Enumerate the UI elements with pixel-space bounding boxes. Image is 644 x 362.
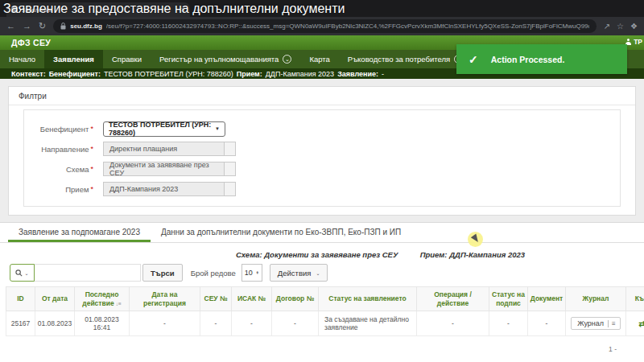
report-region: Заявление за подпомагане 2023 Данни за д… <box>0 222 644 362</box>
col-last-action[interactable]: Последно действие↓≡ <box>75 287 130 311</box>
col-contract-no[interactable]: Договор № <box>272 287 319 311</box>
col-id[interactable]: ID <box>6 287 35 311</box>
schema-field: Документи за заявяване през СЕУ <box>103 162 224 176</box>
summary-reception-value: ДДП-Кампания 2023 <box>449 250 525 259</box>
filter-row-direction: Направление Директни плащания <box>24 141 620 157</box>
table-header-row: ID От дата Последно действие↓≡ Дата на р… <box>6 287 644 311</box>
nav-item-applications[interactable]: Заявления <box>44 50 103 68</box>
tab-additional-documents[interactable]: Данни за допълнителни документи по Еко-З… <box>151 223 411 242</box>
chevron-down-icon[interactable]: ⌄ <box>283 55 291 64</box>
cursor-arrow-icon <box>471 234 481 245</box>
nav-label: Справки <box>112 55 142 64</box>
journal-label: Журнал <box>577 319 604 327</box>
sort-desc-icon: ↓≡ <box>116 301 122 306</box>
context-label: Контекст: <box>11 70 46 78</box>
journal-button[interactable]: Журнал ≡ <box>571 317 621 330</box>
reload-icon[interactable]: ↻ <box>39 22 46 31</box>
nav-item-home[interactable]: Начало <box>0 50 44 68</box>
cell-seu-no: - <box>200 311 232 336</box>
forward-icon[interactable]: → <box>23 22 31 31</box>
nav-item-reports[interactable]: Справки <box>103 50 151 68</box>
schema-summary: Схема: Документи за заявяване през СЕУ П… <box>0 250 644 259</box>
page-content: Филтри Бенефициент ТЕСТОВ ПОТРЕБИТЕЛ (УР… <box>0 79 644 362</box>
col-from-date[interactable]: От дата <box>35 287 75 311</box>
rows-per-page-label: Брой редове <box>191 269 236 278</box>
col-journal[interactable]: Журнал <box>566 287 626 311</box>
user-menu[interactable]: ТР <box>625 38 642 46</box>
reception-value: ДДП-Кампания 2023 <box>109 185 178 193</box>
reception-field: ДДП-Кампания 2023 <box>103 182 224 196</box>
nav-item-register[interactable]: Регистър на упълномощаванията⌄ <box>151 50 300 68</box>
col-goto[interactable]: Към <box>626 287 644 311</box>
beneficiary-label: Бенефициент <box>24 125 93 134</box>
cell-contract-no: - <box>272 311 319 336</box>
col-operation[interactable]: Операция / действие <box>417 287 489 311</box>
cell-from-date: 01.08.2023 <box>35 311 75 336</box>
pagination: 1 - <box>0 345 644 353</box>
url-path: /seu/f?p=727:4000:116002432974793::NO:RP… <box>106 23 589 30</box>
reception-label: Прием <box>24 185 93 194</box>
col-status[interactable]: Статус на заявлението <box>319 287 417 311</box>
search-options-button[interactable]: ⌄ <box>10 264 35 282</box>
url-domain: seu.dfz.bg <box>70 23 102 30</box>
col-document[interactable]: Документ <box>528 287 566 311</box>
col-reg-date[interactable]: Дата на регистрация <box>130 287 200 311</box>
rows-per-page-select[interactable]: 10 ▲▼ <box>242 264 262 282</box>
search-go-button[interactable]: Търси <box>142 264 183 282</box>
go-to-detail-icon[interactable]: ⇄ <box>638 319 644 328</box>
nav-label: Начало <box>9 55 35 64</box>
col-sign-status[interactable]: Статус на подпис <box>489 287 528 311</box>
site-logo[interactable]: ДФЗ СЕУ <box>11 38 51 47</box>
schema-label: Схема <box>24 165 93 174</box>
chrome-actions: ↗ ☆ ❖ <box>604 23 638 31</box>
cell-journal: Журнал ≡ <box>566 311 626 336</box>
check-icon: ✓ <box>469 53 478 66</box>
bookmark-star-icon[interactable]: ☆ <box>617 23 624 31</box>
actions-menu-button[interactable]: Действия ⌄ <box>270 264 328 282</box>
cell-reg-date: - <box>130 311 200 336</box>
actions-label: Действия <box>278 269 312 278</box>
filters-panel: Бенефициент ТЕСТОВ ПОТРЕБИТЕЛ (УРН: 7882… <box>23 109 621 207</box>
col-isak-no[interactable]: ИСАК № <box>232 287 272 311</box>
user-name: ТР <box>634 38 642 46</box>
nav-item-map[interactable]: Карта <box>300 50 338 68</box>
search-icon <box>15 269 23 277</box>
beneficiary-select[interactable]: ТЕСТОВ ПОТРЕБИТЕЛ (УРН: 788260) ▼ <box>103 121 225 137</box>
direction-label: Направление <box>24 145 93 154</box>
chevron-down-icon: ⌄ <box>316 270 320 276</box>
list-icon: ≡ <box>608 320 616 327</box>
url-bar[interactable]: seu.dfz.bg /seu/f?p=727:4000:11600243297… <box>53 19 596 33</box>
back-icon[interactable]: ← <box>6 22 15 31</box>
extensions-icon[interactable]: ❖ <box>630 23 638 31</box>
filter-row-reception: Прием ДДП-Кампания 2023 <box>24 181 620 197</box>
cell-last-action: 01.08.2023 16:41 <box>75 311 130 336</box>
applications-table: ID От дата Последно действие↓≡ Дата на р… <box>6 286 644 336</box>
summary-reception-label: Прием: <box>420 250 448 259</box>
filter-row-schema: Схема Документи за заявяване през СЕУ <box>24 161 620 177</box>
tab-application-2023[interactable]: Заявление за подпомагане 2023 <box>8 223 151 242</box>
direction-field: Директни плащания <box>103 142 224 156</box>
video-caption: Заявление за предоставяне на допълнителн… <box>3 2 345 16</box>
context-reception-label: Прием: <box>237 70 262 78</box>
cursor-highlight <box>468 232 483 247</box>
context-beneficiary-label: Бенефициент: <box>49 70 101 78</box>
report-tabs: Заявление за подпомагане 2023 Данни за д… <box>0 223 644 243</box>
cell-isak-no: - <box>232 311 272 336</box>
search-input[interactable] <box>35 264 141 282</box>
readonly-indicator-icon <box>224 182 236 196</box>
cell-sign-status: - <box>489 311 528 336</box>
share-icon[interactable]: ↗ <box>604 23 610 31</box>
report-toolbar: ⌄ Търси Брой редове 10 ▲▼ Действия ⌄ <box>10 264 644 282</box>
context-application-label: Заявление: <box>337 70 378 78</box>
browser-address-bar: ← → ↻ seu.dfz.bg /seu/f?p=727:4000:11600… <box>0 17 644 35</box>
nav-label: Заявления <box>53 55 94 64</box>
col-seu-no[interactable]: СЕУ № <box>200 287 232 311</box>
beneficiary-value: ТЕСТОВ ПОТРЕБИТЕЛ (УРН: 788260) <box>109 121 215 137</box>
schema-value: Документи за заявяване през СЕУ <box>109 161 218 177</box>
caret-down-icon: ▼ <box>215 126 220 131</box>
table-row: 25167 01.08.2023 01.08.2023 16:41 - - - … <box>6 311 644 336</box>
nav-label: Карта <box>309 55 329 64</box>
nav-item-user-guide[interactable]: Ръководство за потребителя⌄ <box>339 50 472 68</box>
context-reception-value: ДДП-Кампания 2023 <box>266 70 334 78</box>
filter-row-beneficiary: Бенефициент ТЕСТОВ ПОТРЕБИТЕЛ (УРН: 7882… <box>24 121 620 137</box>
